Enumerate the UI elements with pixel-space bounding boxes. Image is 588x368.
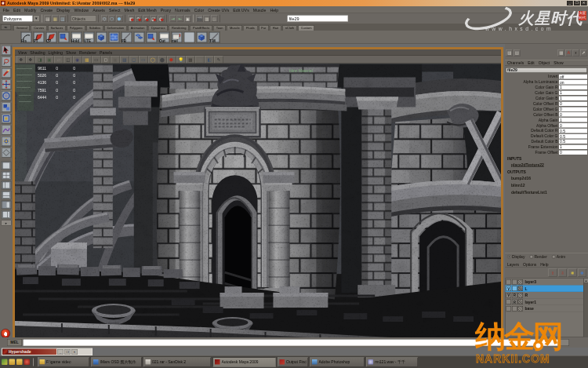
minimize-button[interactable]: _ bbox=[567, 1, 573, 5]
render-settings-icon[interactable]: ▧ bbox=[211, 15, 218, 22]
statusline-separator[interactable] bbox=[97, 15, 100, 23]
layer-color-swatch[interactable] bbox=[518, 279, 524, 285]
vp-res-gate-icon[interactable]: ◻ bbox=[101, 56, 111, 63]
close-button[interactable]: ✕ bbox=[581, 1, 587, 5]
shelf-bricks-button[interactable] bbox=[108, 31, 120, 43]
layout-four-pane[interactable] bbox=[2, 171, 12, 180]
select-object-icon[interactable]: ⬡ bbox=[109, 15, 116, 22]
menu-item[interactable]: Color bbox=[194, 7, 205, 12]
layout-more-button[interactable]: ▸ bbox=[2, 220, 12, 226]
tool-settings-toggle-icon[interactable]: ◐ bbox=[573, 49, 580, 56]
attribute-value-field[interactable]: 1 bbox=[559, 96, 587, 100]
layer-visibility-box[interactable]: V bbox=[506, 293, 512, 298]
layout-persp-outliner[interactable] bbox=[2, 181, 12, 190]
shelf-tab[interactable]: Hair bbox=[270, 25, 281, 31]
layout-persp-graph[interactable] bbox=[2, 191, 12, 199]
layer-visibility-box[interactable] bbox=[506, 306, 512, 312]
layer-menu-item[interactable]: Help bbox=[540, 262, 548, 267]
create-empty-layer-icon[interactable]: ✱ bbox=[568, 269, 577, 277]
vp-oversampling-icon[interactable]: ◉ bbox=[73, 56, 82, 63]
layer-row[interactable]: V R R bbox=[506, 292, 588, 299]
statusline-separator[interactable] bbox=[124, 15, 127, 23]
menu-item[interactable]: File bbox=[3, 7, 9, 12]
vp-wireframe-icon[interactable]: ◯ bbox=[148, 56, 158, 63]
scale-tool[interactable] bbox=[2, 102, 12, 112]
shelf-tab[interactable]: nCloth bbox=[282, 25, 297, 31]
show-channelbox-icon[interactable]: ▤ bbox=[506, 49, 514, 56]
viewport-menu-item[interactable]: Lighting bbox=[49, 50, 63, 55]
attribute-value-field[interactable]: 0.5 bbox=[559, 128, 587, 133]
lasso-tool[interactable] bbox=[2, 56, 12, 67]
attribute-value-field[interactable]: 0 bbox=[559, 101, 587, 106]
layer-list-scrollbar[interactable]: ▲ bbox=[583, 279, 588, 337]
shelf-tab[interactable]: Toon bbox=[213, 25, 226, 31]
menu-item[interactable]: Window bbox=[74, 7, 89, 12]
layer-color-swatch[interactable] bbox=[518, 306, 524, 312]
snap-live-icon[interactable]: ◍ bbox=[158, 15, 165, 22]
layer-visibility-box[interactable]: V bbox=[506, 286, 512, 291]
shelf-tab[interactable]: Polygons bbox=[67, 25, 85, 31]
vp-plugin-icon[interactable]: ◧ bbox=[205, 56, 214, 63]
attribute-value-field[interactable]: 0 bbox=[559, 107, 587, 111]
menu-item[interactable]: Muscle bbox=[253, 7, 267, 12]
layer-type-box[interactable] bbox=[512, 306, 517, 312]
attribute-value-field[interactable]: 0 bbox=[559, 150, 587, 155]
attribute-value-field[interactable]: 1 bbox=[559, 90, 587, 95]
shelf-tab[interactable]: PaintEffects bbox=[190, 25, 212, 31]
ipr-render-icon[interactable]: ▩ bbox=[204, 15, 211, 22]
menu-item[interactable]: Assets bbox=[93, 7, 105, 12]
render-current-frame-icon[interactable]: 🎬 bbox=[196, 15, 203, 22]
shelf-mel-button[interactable]: mel bbox=[171, 31, 183, 43]
attribute-value-field[interactable]: off bbox=[559, 74, 587, 78]
shelf-tab[interactable]: Muscle bbox=[227, 25, 242, 31]
input-node-item[interactable]: place2dTexture22 bbox=[505, 162, 588, 169]
layout-persp-rightcol[interactable] bbox=[2, 210, 12, 219]
show-manipulator-tool[interactable] bbox=[2, 137, 12, 147]
taskbar-button[interactable]: 021.rar - SanDisk 2 bbox=[143, 357, 211, 366]
vp-textured-icon[interactable]: ⬢ bbox=[167, 56, 176, 63]
channel-box-menu-item[interactable]: Edit bbox=[528, 60, 535, 65]
taskbar-button[interactable]: F:\game video bbox=[38, 357, 89, 366]
shelf-out-button[interactable]: Out bbox=[158, 31, 170, 43]
shelf-tab[interactable]: Rendering bbox=[169, 25, 189, 31]
channelbox-toggle-icon[interactable]: ➚ bbox=[580, 49, 587, 56]
shelf-tab[interactable]: Animation bbox=[128, 25, 147, 31]
soft-mod-tool[interactable] bbox=[2, 125, 12, 135]
attribute-value-field[interactable]: 1 bbox=[559, 118, 587, 122]
menu-item[interactable]: Proxy bbox=[161, 7, 171, 12]
node-name-header[interactable]: file29 bbox=[506, 67, 587, 73]
menu-set-selector[interactable] bbox=[2, 15, 33, 22]
hyper-close-button[interactable]: ✕ bbox=[71, 349, 78, 355]
vp-2d-pan-icon[interactable]: ◫ bbox=[64, 56, 73, 63]
paint-select-tool[interactable] bbox=[2, 68, 12, 78]
hyper-restore-button[interactable]: ❐ bbox=[64, 349, 71, 355]
attribute-value-field[interactable]: on bbox=[559, 79, 587, 84]
layer-menu-item[interactable]: Options bbox=[523, 262, 536, 267]
statusline-separator[interactable] bbox=[192, 15, 195, 23]
menu-item[interactable]: Edit Mesh bbox=[138, 7, 156, 12]
output-node-item[interactable]: defaultTextureList1 bbox=[505, 189, 588, 196]
attribute-value-field[interactable]: 0.5 bbox=[559, 133, 587, 138]
vp-lock-camera-icon[interactable]: ✥ bbox=[26, 56, 35, 63]
vp-shaded-icon[interactable]: ⬤ bbox=[158, 56, 167, 63]
select-tool[interactable] bbox=[2, 46, 12, 56]
attribute-value-field[interactable]: 0 bbox=[559, 123, 587, 128]
show-both-icon[interactable]: ▦ bbox=[558, 49, 565, 56]
shelf-tab[interactable]: Surfaces bbox=[48, 25, 66, 31]
snap-grid-icon[interactable]: ▦ bbox=[128, 15, 135, 22]
viewport-menu-item[interactable]: Panels bbox=[100, 50, 112, 55]
shelf-tab[interactable]: Dynamics bbox=[148, 25, 168, 31]
menu-item[interactable]: Help bbox=[270, 7, 278, 12]
taskbar-button[interactable]: Autodesk Maya 2009 bbox=[213, 357, 276, 366]
viewport-menu-item[interactable]: View bbox=[18, 50, 27, 55]
new-scene-icon[interactable]: ▤ bbox=[45, 15, 52, 22]
vp-xray-icon[interactable]: ▨ bbox=[195, 56, 205, 63]
layer-type-box[interactable]: R bbox=[512, 299, 517, 304]
taskbar-button[interactable]: Adobe Photoshop bbox=[310, 357, 365, 366]
layer-row[interactable]: layer3 bbox=[506, 279, 588, 286]
folder-icon-1[interactable] bbox=[9, 359, 16, 366]
shelf-hold-button[interactable]: Hold bbox=[71, 31, 82, 43]
snap-point-icon[interactable]: ✦ bbox=[143, 15, 150, 22]
menu-item[interactable]: Create UVs bbox=[208, 7, 229, 12]
channel-box-menu-item[interactable]: Object bbox=[539, 60, 550, 65]
